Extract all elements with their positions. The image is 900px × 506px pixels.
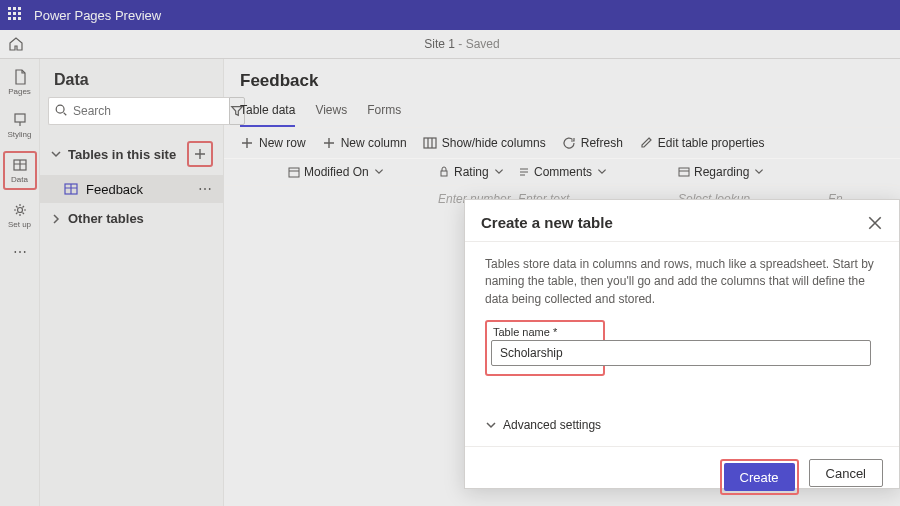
- table-name-label: Table name *: [493, 326, 597, 338]
- create-button[interactable]: Create: [724, 463, 795, 491]
- edit-icon: [639, 136, 653, 150]
- close-icon[interactable]: [867, 215, 883, 231]
- text-icon: [518, 166, 530, 178]
- dialog-description: Tables store data in columns and rows, m…: [485, 256, 879, 308]
- dialog-title: Create a new table: [481, 214, 867, 231]
- svg-rect-5: [424, 138, 436, 148]
- svg-point-3: [56, 105, 64, 113]
- page-title: Feedback: [224, 59, 900, 97]
- cmd-edit-table-properties[interactable]: Edit table properties: [639, 136, 765, 150]
- chevron-down-icon: [485, 419, 497, 431]
- cmd-new-row[interactable]: New row: [240, 136, 306, 150]
- main-column: Feedback Table data Views Forms New row …: [224, 59, 900, 506]
- col-rating[interactable]: Rating: [438, 165, 518, 179]
- grid-header: Modified On Rating Comments Regarding: [224, 159, 900, 186]
- tab-table-data[interactable]: Table data: [240, 97, 295, 127]
- refresh-icon: [562, 136, 576, 150]
- chevron-down-icon: [373, 166, 385, 178]
- create-table-dialog: Create a new table Tables store data in …: [464, 199, 900, 489]
- search-input[interactable]: [48, 97, 229, 125]
- cancel-button[interactable]: Cancel: [809, 459, 883, 487]
- col-comments[interactable]: Comments: [518, 165, 678, 179]
- chevron-down-icon: [493, 166, 505, 178]
- col-regarding[interactable]: Regarding: [678, 165, 828, 179]
- lookup-icon: [678, 166, 690, 178]
- tab-views[interactable]: Views: [315, 97, 347, 127]
- svg-rect-8: [679, 168, 689, 176]
- cmd-new-column[interactable]: New column: [322, 136, 407, 150]
- chevron-down-icon: [596, 166, 608, 178]
- chevron-down-icon: [753, 166, 765, 178]
- plus-icon: [322, 136, 336, 150]
- command-bar: New row New column Show/hide columns Ref…: [224, 128, 900, 159]
- columns-icon: [423, 136, 437, 150]
- col-modified-on[interactable]: Modified On: [288, 165, 438, 179]
- cmd-show-hide-columns[interactable]: Show/hide columns: [423, 136, 546, 150]
- lock-icon: [438, 166, 450, 178]
- tab-forms[interactable]: Forms: [367, 97, 401, 127]
- plus-icon: [240, 136, 254, 150]
- search-icon: [54, 103, 68, 117]
- tabs: Table data Views Forms: [224, 97, 900, 128]
- cmd-refresh[interactable]: Refresh: [562, 136, 623, 150]
- calendar-icon: [288, 166, 300, 178]
- svg-rect-6: [289, 168, 299, 177]
- advanced-settings-toggle[interactable]: Advanced settings: [485, 418, 879, 432]
- table-name-input[interactable]: [491, 340, 871, 366]
- svg-rect-7: [441, 171, 447, 176]
